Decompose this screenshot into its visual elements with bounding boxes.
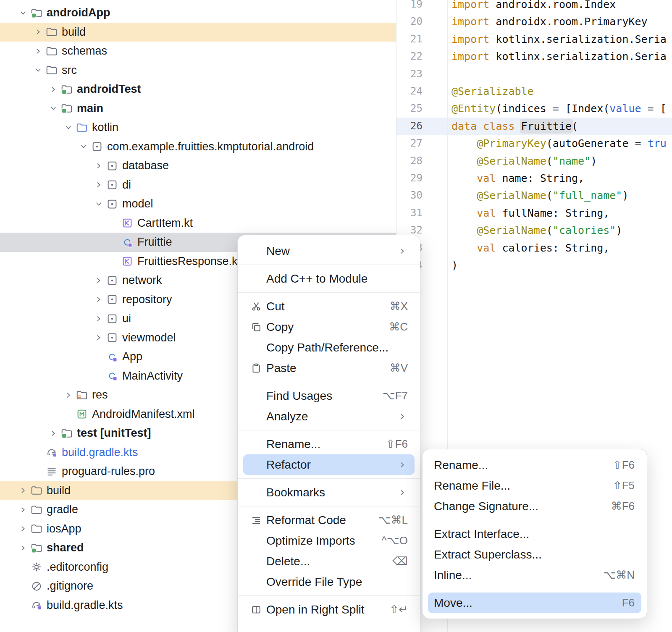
line-number-27[interactable]: 27: [396, 135, 423, 152]
code-line-26[interactable]: data class Fruittie(: [452, 118, 578, 135]
chevron-right-icon[interactable]: [93, 275, 104, 286]
menu-item-paste[interactable]: Paste⌘V: [243, 358, 415, 378]
code-line-27[interactable]: @PrimaryKey(autoGenerate = tru: [452, 135, 667, 152]
menu-separator: [238, 382, 420, 382]
chevron-down-icon[interactable]: [18, 8, 29, 18]
line-number-24[interactable]: 24: [396, 83, 423, 100]
chevron-right-icon[interactable]: [93, 294, 104, 305]
menu-item-delete[interactable]: Delete...⌫: [243, 551, 415, 572]
code-line-33[interactable]: val calories: String,: [452, 239, 609, 257]
res-folder-icon: [76, 389, 88, 401]
code-line-28[interactable]: @SerialName("name"): [452, 152, 597, 170]
tree-item-cartitem-kt[interactable]: CartItem.kt: [0, 214, 396, 233]
manifest-icon: [76, 408, 88, 420]
tree-item-main[interactable]: main: [0, 99, 396, 118]
code-line-29[interactable]: val name: String,: [452, 170, 584, 187]
line-number-29[interactable]: 29: [396, 170, 423, 187]
chevron-right-icon[interactable]: [48, 428, 59, 439]
tree-chevron-slot: [92, 274, 106, 287]
tree-item-label: build: [62, 26, 86, 39]
code-line-24[interactable]: @Serializable: [452, 83, 534, 100]
menu-item-rename[interactable]: Rename...⇧F6: [243, 434, 415, 454]
chevron-down-icon[interactable]: [48, 103, 59, 114]
tree-chevron-slot: [16, 7, 30, 19]
tree-indent: [0, 280, 92, 281]
menu-item-copy[interactable]: Copy⌘C: [243, 317, 415, 337]
code-line-32[interactable]: @SerialName("calories"): [452, 222, 622, 239]
line-number-31[interactable]: 31: [396, 205, 423, 222]
chevron-down-icon[interactable]: [33, 65, 44, 76]
chevron-right-icon[interactable]: [63, 390, 74, 401]
menu-item-override-file-type[interactable]: Override File Type: [243, 572, 415, 592]
tree-item-label: CartItem.kt: [137, 217, 193, 230]
menu-item-label: Refactor: [266, 458, 311, 472]
code-line-25[interactable]: @Entity(indices = [Index(value = [: [452, 100, 667, 117]
menu-item-change-signature[interactable]: Change Signature...⌘F6: [428, 496, 641, 517]
tree-item-label: di: [122, 178, 131, 191]
package-icon: [91, 140, 103, 153]
menu-item-extract-superclass[interactable]: Extract Superclass...: [428, 544, 641, 565]
chevron-right-icon[interactable]: [93, 160, 104, 171]
chevron-right-icon[interactable]: [93, 313, 104, 324]
menu-item-rename-file[interactable]: Rename File...⇧F5: [428, 475, 641, 496]
line-number-21[interactable]: 21: [396, 31, 423, 48]
tree-item-label: repository: [122, 293, 172, 306]
menu-item-rename[interactable]: Rename...⇧F6: [428, 455, 641, 475]
chevron-right-icon[interactable]: [93, 179, 104, 190]
menu-item-open-in-right-split[interactable]: Open in Right Split⇧↵: [243, 599, 415, 620]
line-number-30[interactable]: 30: [396, 187, 423, 204]
tree-item-schemas[interactable]: schemas: [0, 42, 396, 61]
chevron-right-icon[interactable]: [33, 46, 44, 57]
line-number-20[interactable]: 20: [396, 13, 423, 30]
tree-item-kotlin[interactable]: kotlin: [0, 118, 396, 137]
menu-item-bookmarks[interactable]: Bookmarks: [243, 482, 415, 503]
tree-item-model[interactable]: model: [0, 194, 396, 214]
line-number-19[interactable]: 19: [396, 0, 423, 13]
chevron-right-icon[interactable]: [18, 504, 29, 515]
line-number-23[interactable]: 23: [396, 66, 423, 83]
code-line-34[interactable]: ): [452, 257, 458, 274]
menu-item-extract-interface[interactable]: Extract Interface...: [428, 524, 641, 544]
chevron-right-icon[interactable]: [18, 523, 29, 534]
menu-item-add-c-to-module[interactable]: Add C++ to Module: [243, 268, 415, 289]
menu-item-optimize-imports[interactable]: Optimize Imports^⌥O: [243, 530, 415, 551]
tree-item-src[interactable]: src: [0, 61, 396, 80]
tree-item-build[interactable]: build: [0, 23, 396, 42]
menu-item-new[interactable]: New: [243, 241, 415, 261]
line-number-25[interactable]: 25: [396, 100, 423, 117]
menu-item-inline[interactable]: Inline...⌥⌘N: [428, 565, 641, 585]
menu-item-analyze[interactable]: Analyze: [243, 406, 415, 427]
line-number-28[interactable]: 28: [396, 152, 423, 170]
chevron-down-icon[interactable]: [63, 122, 74, 133]
menu-item-copy-path-reference[interactable]: Copy Path/Reference...: [243, 337, 415, 358]
tree-item-androidtest[interactable]: androidTest: [0, 80, 396, 99]
chevron-right-icon[interactable]: [93, 332, 104, 343]
chevron-down-icon[interactable]: [78, 141, 89, 152]
chevron-right-icon[interactable]: [18, 543, 29, 553]
code-line-20[interactable]: import androidx.room.PrimaryKey: [452, 13, 648, 30]
package-icon: [106, 293, 118, 306]
menu-item-reformat-code[interactable]: Reformat Code⌥⌘L: [243, 510, 415, 530]
menu-item-label: Reformat Code: [266, 514, 346, 527]
line-number-26[interactable]: 26: [396, 118, 423, 135]
menu-item-find-usages[interactable]: Find Usages⌥F7: [243, 385, 415, 406]
tree-item-database[interactable]: database: [0, 156, 396, 176]
code-line-21[interactable]: import kotlinx.serialization.Seria: [452, 31, 667, 48]
chevron-right-icon[interactable]: [18, 485, 29, 496]
code-line-30[interactable]: @SerialName("full_name"): [452, 187, 629, 204]
chevron-right-icon[interactable]: [48, 84, 59, 95]
tree-item-com-example-fruitties-kmptutorial-android[interactable]: com.example.fruitties.kmptutorial.androi…: [0, 137, 396, 157]
menu-item-cut[interactable]: Cut⌘X: [243, 296, 415, 317]
tree-indent: [0, 357, 92, 357]
line-number-22[interactable]: 22: [396, 48, 423, 65]
code-line-22[interactable]: import kotlinx.serialization.Seria: [452, 48, 667, 65]
menu-item-move[interactable]: Move...F6: [428, 593, 641, 613]
chevron-down-icon[interactable]: [93, 199, 104, 210]
chevron-right-icon[interactable]: [33, 26, 44, 37]
menu-item-refactor[interactable]: Refactor: [243, 454, 415, 475]
code-line-19[interactable]: import androidx.room.Index: [452, 0, 616, 13]
tree-item-androidapp[interactable]: androidApp: [0, 3, 396, 23]
code-line-31[interactable]: val fullName: String,: [452, 205, 609, 222]
menu-item-label: Find Usages: [266, 389, 332, 403]
tree-item-di[interactable]: di: [0, 176, 396, 195]
